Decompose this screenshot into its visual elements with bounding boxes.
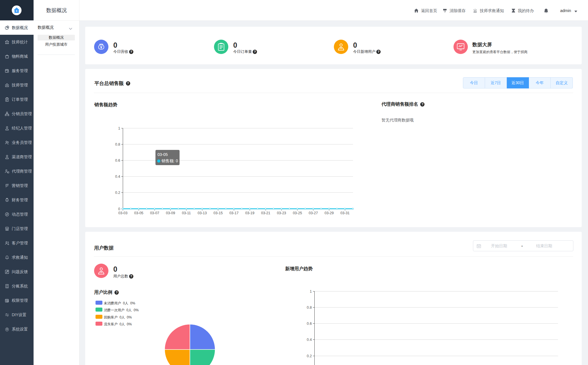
svg-text:1: 1: [118, 126, 120, 130]
svg-text:03-05: 03-05: [157, 152, 168, 157]
svg-text:03-03: 03-03: [118, 211, 128, 215]
svg-text:03-11: 03-11: [182, 211, 191, 215]
svg-text:1: 1: [310, 289, 312, 293]
svg-text:03-13: 03-13: [198, 211, 207, 215]
svg-text:03-27: 03-27: [309, 211, 318, 215]
svg-text:0.2: 0.2: [115, 191, 120, 195]
svg-text:0: 0: [118, 207, 120, 211]
svg-text:0.4: 0.4: [115, 175, 120, 179]
svg-text:03-25: 03-25: [293, 211, 302, 215]
svg-text:03-21: 03-21: [261, 211, 270, 215]
svg-text:销售额: 0: 销售额: 0: [161, 159, 178, 163]
svg-text:0.4: 0.4: [307, 338, 312, 342]
svg-text:03-31: 03-31: [340, 211, 350, 215]
svg-text:0.2: 0.2: [307, 354, 312, 358]
svg-text:03-19: 03-19: [245, 211, 254, 215]
svg-text:03-29: 03-29: [325, 211, 334, 215]
svg-text:03-15: 03-15: [213, 211, 223, 215]
svg-text:03-09: 03-09: [166, 211, 175, 215]
svg-text:03-23: 03-23: [277, 211, 286, 215]
svg-text:0.6: 0.6: [115, 159, 120, 163]
svg-text:03-07: 03-07: [150, 211, 159, 215]
svg-text:0.8: 0.8: [115, 142, 120, 146]
svg-text:0.6: 0.6: [307, 322, 312, 326]
svg-text:03-05: 03-05: [134, 211, 143, 215]
svg-text:03-17: 03-17: [229, 211, 239, 215]
svg-text:0.8: 0.8: [307, 306, 312, 310]
